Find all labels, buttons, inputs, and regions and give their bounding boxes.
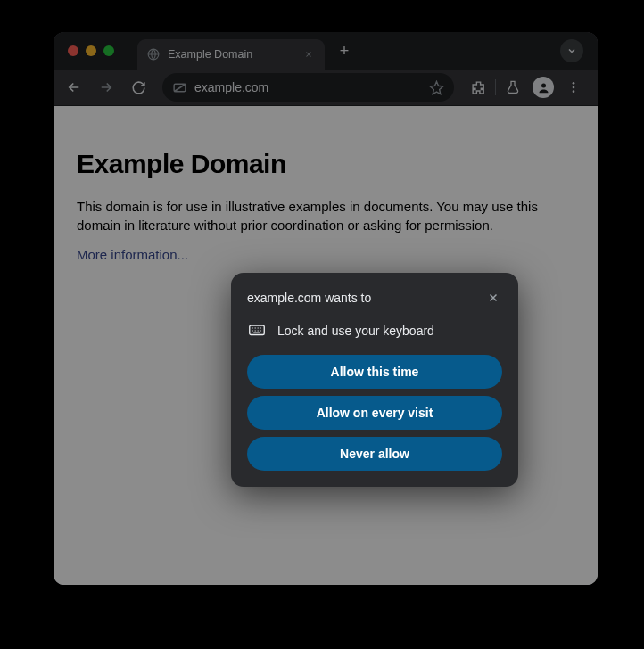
dialog-title: example.com wants to <box>247 291 371 305</box>
browser-window: Example Domain + <box>54 32 598 585</box>
allow-once-button[interactable]: Allow this time <box>247 355 502 389</box>
allow-every-visit-button[interactable]: Allow on every visit <box>247 396 502 430</box>
never-allow-button[interactable]: Never allow <box>247 437 502 471</box>
dialog-close-button[interactable] <box>484 289 502 307</box>
permission-row: Lock and use your keyboard <box>247 323 502 339</box>
permission-dialog: example.com wants to Lock and use your k… <box>231 273 518 487</box>
keyboard-icon <box>249 323 265 339</box>
permission-label: Lock and use your keyboard <box>277 324 434 338</box>
